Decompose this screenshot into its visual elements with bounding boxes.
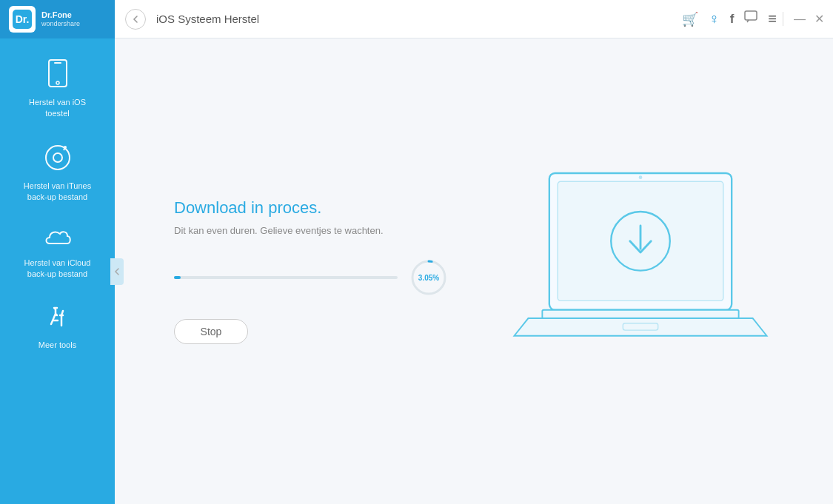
download-subtitle: Dit kan even duren. Gelieve eventjes te … (174, 225, 448, 236)
svg-rect-18 (542, 310, 738, 318)
progress-percent: 3.05% (418, 274, 439, 282)
more-tools-icon (45, 305, 70, 334)
svg-point-7 (53, 153, 62, 162)
svg-text:Dr.: Dr. (16, 13, 30, 25)
itunes-backup-icon (44, 144, 71, 175)
stop-button[interactable]: Stop (174, 319, 248, 344)
download-title: Download in proces. (174, 198, 448, 218)
facebook-icon[interactable]: f (730, 12, 735, 27)
logo-icon: Dr. (9, 6, 36, 33)
icloud-backup-icon (44, 227, 72, 252)
main-layout: Herstel van iOStoestel Herstel van iTune… (0, 38, 833, 504)
sidebar-label-ios-device: Herstel van iOStoestel (29, 97, 86, 119)
sidebar: Herstel van iOStoestel Herstel van iTune… (0, 38, 115, 504)
window-controls: — ✕ (783, 12, 824, 26)
logo-area: Dr. Dr.Fone wondershare (0, 0, 115, 38)
laptop-illustration (507, 159, 774, 383)
sidebar-item-itunes-backup[interactable]: Herstel van iTunesback-up bestand (0, 131, 115, 215)
ios-device-icon (46, 59, 70, 91)
svg-point-8 (64, 146, 67, 149)
svg-point-15 (639, 175, 643, 179)
sidebar-item-more-tools[interactable]: Meer tools (0, 292, 115, 363)
sidebar-item-ios-device[interactable]: Herstel van iOStoestel (0, 46, 115, 131)
title-bar: Dr. Dr.Fone wondershare iOS Systeem Hers… (0, 0, 833, 38)
window-title: iOS Systeem Herstel (156, 13, 682, 25)
sidebar-item-icloud-backup[interactable]: Herstel van iCloudback-up bestand (0, 214, 115, 292)
sidebar-collapse-button[interactable] (110, 258, 124, 285)
menu-icon[interactable]: ≡ (768, 10, 777, 27)
user-icon[interactable]: ♀ (709, 10, 720, 27)
progress-bar-container (174, 276, 398, 279)
sidebar-label-icloud-backup: Herstel van iCloudback-up bestand (24, 258, 91, 280)
progress-circle: 3.05% (409, 258, 448, 297)
logo-text: Dr.Fone wondershare (41, 10, 80, 29)
content-area: Download in proces. Dit kan even duren. … (115, 38, 833, 504)
back-button[interactable] (125, 9, 146, 30)
svg-rect-2 (745, 11, 757, 20)
cart-icon[interactable]: 🛒 (682, 11, 698, 27)
svg-point-6 (46, 146, 70, 169)
svg-rect-3 (49, 60, 67, 87)
title-icons: 🛒 ♀ f ≡ (682, 10, 777, 27)
chat-icon[interactable] (744, 10, 757, 27)
left-panel: Download in proces. Dit kan even duren. … (174, 198, 448, 344)
progress-row: 3.05% (174, 258, 448, 297)
sidebar-label-more-tools: Meer tools (39, 340, 76, 351)
progress-bar-fill (174, 276, 181, 279)
close-button[interactable]: ✕ (814, 12, 824, 26)
minimize-button[interactable]: — (794, 13, 806, 26)
sidebar-label-itunes-backup: Herstel van iTunesback-up bestand (24, 181, 91, 203)
svg-point-5 (56, 81, 59, 84)
